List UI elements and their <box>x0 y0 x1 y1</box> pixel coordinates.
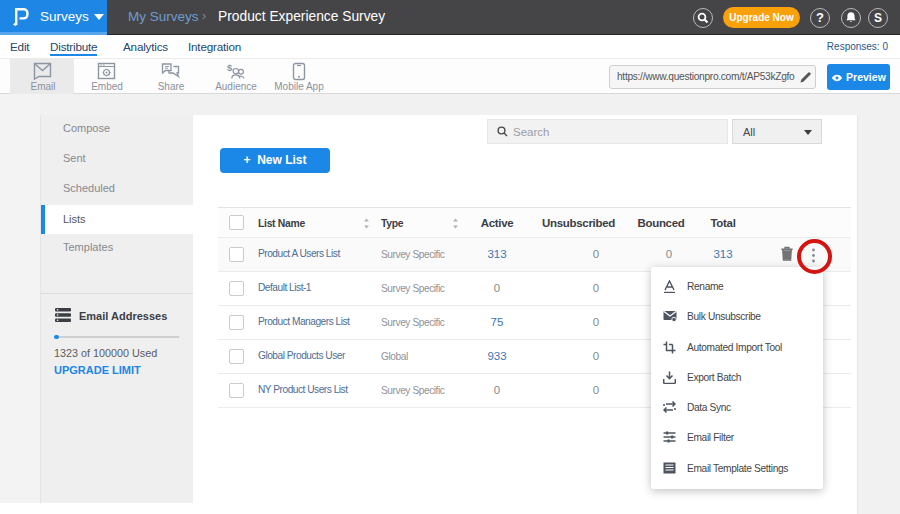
svg-text:$: $ <box>227 62 233 73</box>
